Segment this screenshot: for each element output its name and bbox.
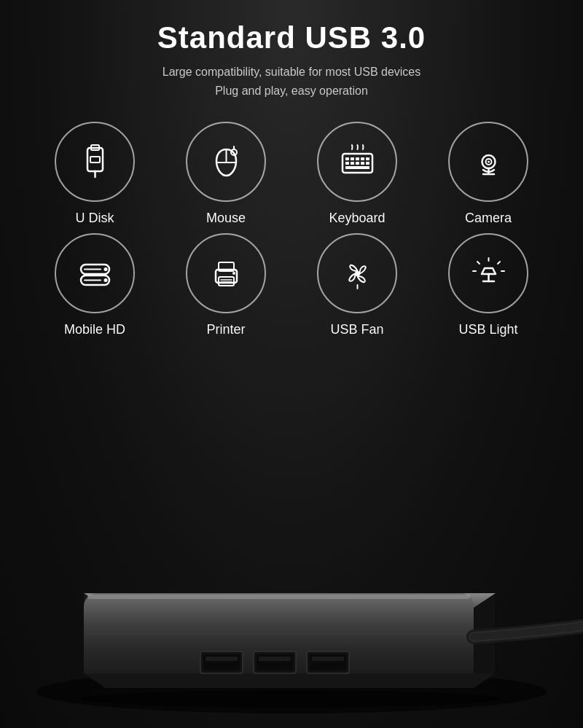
svg-rect-19 xyxy=(345,166,369,169)
mouse-label: Mouse xyxy=(206,211,246,226)
icon-item-udisk: U Disk xyxy=(29,122,160,226)
icon-circle-camera xyxy=(448,122,528,202)
icon-circle-mobilehd xyxy=(55,233,135,313)
svg-rect-55 xyxy=(259,657,291,661)
keyboard-label: Keyboard xyxy=(329,211,385,226)
keyboard-icon xyxy=(337,142,377,182)
light-icon xyxy=(469,254,509,294)
svg-rect-15 xyxy=(351,162,354,165)
svg-rect-32 xyxy=(219,277,234,286)
icon-item-fan: USB Fan xyxy=(292,233,423,337)
hub-device-area xyxy=(0,480,583,728)
mobilehd-icon xyxy=(75,254,115,294)
udisk-icon xyxy=(75,142,115,182)
svg-point-28 xyxy=(103,278,107,282)
icon-circle-light xyxy=(448,233,528,313)
svg-rect-58 xyxy=(312,657,344,661)
svg-point-60 xyxy=(80,690,503,708)
svg-rect-13 xyxy=(366,157,369,160)
fan-icon xyxy=(337,254,377,294)
light-label: USB Light xyxy=(458,322,517,337)
svg-rect-49 xyxy=(87,595,470,599)
svg-point-27 xyxy=(103,267,107,271)
icon-circle-fan xyxy=(317,233,397,313)
printer-icon xyxy=(206,254,246,294)
svg-line-43 xyxy=(498,262,500,264)
subtitle: Large compatibility, suitable for most U… xyxy=(157,63,426,100)
svg-rect-14 xyxy=(345,162,349,165)
icon-circle-udisk xyxy=(55,122,135,202)
svg-rect-10 xyxy=(351,157,354,160)
subtitle-line2: Plug and play, easy operation xyxy=(157,82,426,101)
fan-label: USB Fan xyxy=(330,322,383,337)
icon-item-mouse: Mouse xyxy=(160,122,292,226)
header-section: Standard USB 3.0 Large compatibility, su… xyxy=(157,0,426,107)
icon-item-keyboard: Keyboard xyxy=(292,122,423,226)
mobilehd-label: Mobile HD xyxy=(64,322,125,337)
icon-circle-keyboard xyxy=(317,122,397,202)
camera-label: Camera xyxy=(465,211,512,226)
page-container: Standard USB 3.0 Large compatibility, su… xyxy=(0,0,583,728)
subtitle-line1: Large compatibility, suitable for most U… xyxy=(157,63,426,82)
svg-rect-11 xyxy=(356,157,359,160)
icons-grid: U Disk Mouse xyxy=(22,122,561,337)
svg-line-42 xyxy=(477,262,480,264)
printer-label: Printer xyxy=(206,322,245,337)
svg-rect-52 xyxy=(206,657,238,661)
svg-rect-12 xyxy=(361,157,364,160)
icon-item-printer: Printer xyxy=(160,233,292,337)
svg-rect-18 xyxy=(366,162,369,165)
camera-icon xyxy=(469,142,509,182)
icon-circle-printer xyxy=(186,233,266,313)
icon-item-camera: Camera xyxy=(423,122,554,226)
hub-device-image xyxy=(0,480,583,728)
svg-rect-9 xyxy=(345,157,349,160)
svg-point-22 xyxy=(488,160,490,163)
udisk-label: U Disk xyxy=(76,211,114,226)
icon-item-light: USB Light xyxy=(423,233,554,337)
svg-point-36 xyxy=(232,272,235,275)
icon-item-mobilehd: Mobile HD xyxy=(29,233,160,337)
svg-rect-16 xyxy=(356,162,359,165)
svg-rect-17 xyxy=(361,162,364,165)
main-title: Standard USB 3.0 xyxy=(157,20,426,55)
svg-rect-2 xyxy=(90,157,100,163)
icon-circle-mouse xyxy=(186,122,266,202)
mouse-icon xyxy=(206,142,246,182)
